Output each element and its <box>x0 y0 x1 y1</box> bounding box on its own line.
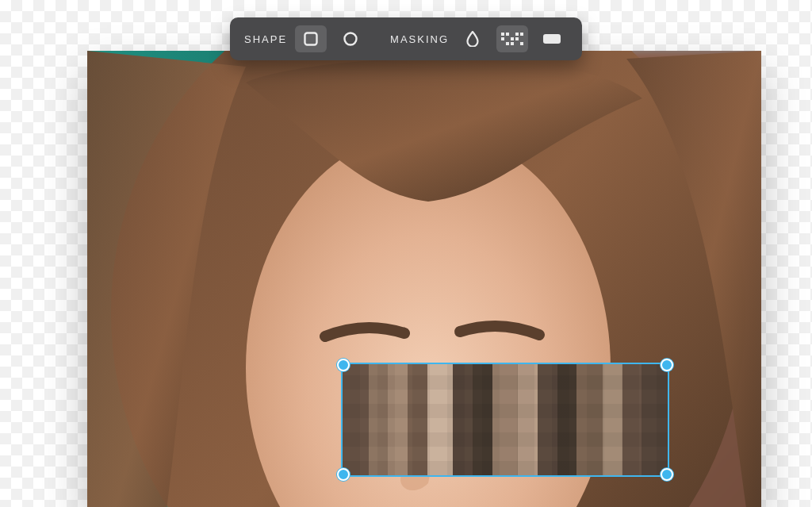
resize-handle-top-right[interactable] <box>661 359 673 371</box>
pixelate-icon <box>501 33 523 45</box>
masking-group: MASKING <box>390 25 568 52</box>
shape-circle-button[interactable] <box>335 25 366 52</box>
mask-selection[interactable] <box>343 364 668 475</box>
blur-icon <box>465 31 480 47</box>
svg-rect-5 <box>305 33 317 45</box>
masking-pixelate-button[interactable] <box>496 25 528 52</box>
shape-group-label: SHAPE <box>244 33 287 45</box>
masking-blur-button[interactable] <box>457 25 488 52</box>
masking-group-label: MASKING <box>390 33 449 45</box>
shape-group: SHAPE <box>244 25 366 52</box>
rectangle-icon <box>303 31 319 47</box>
pixelate-mask-region <box>343 364 668 475</box>
resize-handle-bottom-left[interactable] <box>337 468 350 481</box>
mask-toolbar: SHAPE MASKING <box>230 17 582 60</box>
shape-rectangle-button[interactable] <box>295 25 327 52</box>
resize-handle-bottom-right[interactable] <box>661 468 673 481</box>
svg-point-6 <box>345 33 357 45</box>
solid-icon <box>543 34 561 44</box>
image-canvas[interactable] <box>87 51 761 507</box>
masking-solid-button[interactable] <box>536 25 568 52</box>
circle-icon <box>343 31 358 47</box>
resize-handle-top-left[interactable] <box>337 359 350 371</box>
